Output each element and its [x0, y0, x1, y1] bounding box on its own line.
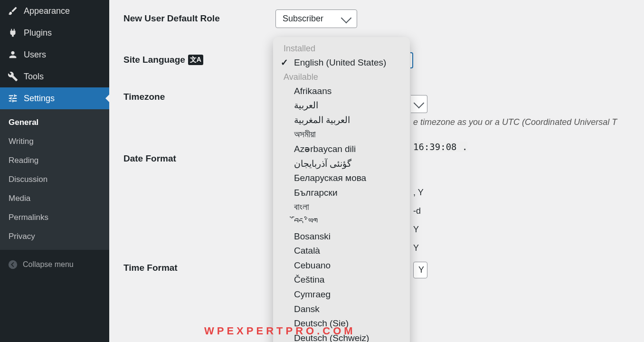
translate-icon: 文A	[188, 55, 203, 65]
dropdown-item[interactable]: Cebuano	[273, 258, 410, 273]
menu-label: Settings	[24, 94, 55, 104]
menu-users[interactable]: Users	[0, 44, 109, 66]
collapse-label: Collapse menu	[23, 260, 74, 269]
plug-icon	[8, 28, 18, 38]
dropdown-item[interactable]: Bosanski	[273, 229, 410, 244]
language-select-peek[interactable]	[410, 52, 413, 68]
label-timezone: Timezone	[123, 88, 275, 102]
brush-icon	[8, 6, 18, 16]
menu-tools[interactable]: Tools	[0, 66, 109, 87]
admin-sidebar: Appearance Plugins Users Tools Settings …	[0, 0, 109, 342]
select-value: Subscriber	[283, 14, 323, 24]
label-default-role: New User Default Role	[123, 10, 275, 24]
dropdown-item[interactable]: Cymraeg	[273, 287, 410, 302]
sliders-icon	[8, 93, 18, 104]
dropdown-header-available: Available	[273, 70, 410, 84]
svg-point-0	[9, 260, 17, 269]
dropdown-item[interactable]: گؤنئی آذربایجان	[273, 157, 410, 171]
dropdown-item[interactable]: Català	[273, 244, 410, 258]
submenu-privacy[interactable]: Privacy	[0, 227, 109, 246]
dropdown-item[interactable]: অসমীয়া	[273, 127, 410, 142]
submenu-media[interactable]: Media	[0, 189, 109, 208]
utc-time-value: 16:39:08 .	[413, 142, 467, 152]
custom-format-input[interactable]: Y	[413, 262, 427, 278]
dropdown-header-installed: Installed	[273, 42, 410, 56]
collapse-menu[interactable]: Collapse menu	[0, 253, 109, 276]
wrench-icon	[8, 71, 18, 82]
menu-label: Tools	[24, 72, 44, 82]
submenu-reading[interactable]: Reading	[0, 151, 109, 170]
submenu-permalinks[interactable]: Permalinks	[0, 208, 109, 227]
collapse-icon	[8, 259, 18, 270]
date-format-option[interactable]: Y	[413, 225, 427, 235]
dropdown-item[interactable]: العربية المغربية	[273, 113, 410, 128]
menu-label: Plugins	[24, 28, 52, 38]
submenu-discussion[interactable]: Discussion	[0, 170, 109, 189]
date-format-option[interactable]: , Y	[413, 188, 427, 198]
settings-submenu: General Writing Reading Discussion Media…	[0, 109, 109, 250]
dropdown-item[interactable]: Български	[273, 186, 410, 200]
watermark-text: WPEXPERTPRO.COM	[204, 325, 356, 337]
language-dropdown[interactable]: Installed English (United States) Availa…	[273, 37, 410, 342]
timezone-help-text: e timezone as you or a UTC (Coordinated …	[413, 117, 617, 127]
chevron-down-icon	[414, 98, 425, 109]
dropdown-item[interactable]: Dansk	[273, 302, 410, 317]
dropdown-item[interactable]: বাংলা	[273, 200, 410, 215]
user-icon	[8, 49, 18, 60]
menu-appearance[interactable]: Appearance	[0, 0, 109, 22]
dropdown-item[interactable]: Беларуская мова	[273, 171, 410, 186]
chevron-down-icon	[341, 12, 352, 23]
menu-settings[interactable]: Settings	[0, 87, 109, 109]
label-time-format: Time Format	[123, 259, 275, 273]
date-format-option[interactable]: -d	[413, 206, 427, 216]
timezone-select-peek[interactable]	[411, 95, 427, 113]
menu-label: Users	[24, 50, 46, 60]
date-format-option[interactable]: Y	[413, 243, 427, 253]
submenu-writing[interactable]: Writing	[0, 132, 109, 151]
dropdown-item-selected[interactable]: English (United States)	[273, 56, 410, 70]
menu-plugins[interactable]: Plugins	[0, 22, 109, 44]
row-default-role: New User Default Role Subscriber	[123, 10, 630, 28]
label-date-format: Date Format	[123, 150, 275, 164]
submenu-general[interactable]: General	[0, 113, 109, 132]
label-site-language: Site Language 文A	[123, 51, 275, 65]
dropdown-item[interactable]: العربية	[273, 98, 410, 113]
date-format-options: , Y -d Y Y Y	[413, 188, 427, 287]
date-format-custom[interactable]: Y	[413, 262, 427, 278]
utc-time-display: 16:39:08 .	[413, 142, 467, 152]
menu-label: Appearance	[24, 6, 70, 16]
dropdown-item[interactable]: Čeština	[273, 273, 410, 287]
dropdown-item[interactable]: བོད་ཡིག	[273, 215, 410, 229]
dropdown-item[interactable]: Azərbaycan dili	[273, 142, 410, 157]
select-default-role[interactable]: Subscriber	[275, 10, 357, 28]
dropdown-item[interactable]: Afrikaans	[273, 84, 410, 99]
